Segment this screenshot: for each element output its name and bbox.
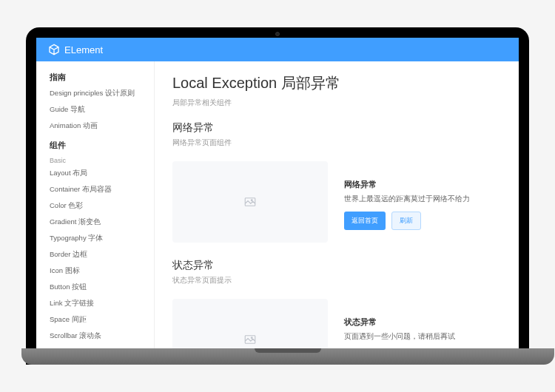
image-placeholder-icon [243,333,257,346]
sidebar-sub-basic: Basic [50,157,154,164]
page-title: Local Exception 局部异常 [172,73,501,93]
example-desc: 页面遇到一些小问题，请稍后再试 [344,332,455,342]
refresh-button[interactable]: 刷新 [391,212,421,230]
example-network: 网络异常 世界上最遥远的距离莫过于网络不给力 返回首页 刷新 [172,161,501,243]
content-area: Local Exception 局部异常 局部异常相关组件 网络异常 网络异常页… [155,61,519,348]
section-caption-status: 状态异常页面提示 [172,275,501,285]
section-heading-status: 状态异常 [172,259,501,272]
top-bar: ELement [36,38,519,61]
example-title: 状态异常 [344,317,455,328]
svg-point-3 [251,337,252,339]
sidebar-item-color[interactable]: Color 色彩 [50,201,154,211]
brand-name: ELement [64,44,103,55]
sidebar-item-gradient[interactable]: Gradient 渐变色 [50,217,154,227]
sidebar-item-scrollbar[interactable]: Scrollbar 滚动条 [50,331,154,341]
section-caption-network: 网络异常页面组件 [172,138,501,148]
sidebar-item-guide[interactable]: Guide 导航 [50,105,154,115]
sidebar-group-components: 组件 [50,140,154,151]
section-heading-network: 网络异常 [172,121,501,135]
placeholder-thumbnail [172,161,328,243]
sidebar-item-design[interactable]: Design principles 设计原则 [50,89,154,98]
sidebar-item-animation[interactable]: Animation 动画 [50,121,154,131]
sidebar-item-layout[interactable]: Layout 布局 [50,169,154,178]
logo-icon [48,44,60,55]
sidebar-item-button[interactable]: Button 按钮 [50,283,154,292]
sidebar-item-icon[interactable]: Icon 图标 [50,266,154,276]
svg-point-1 [251,200,252,201]
placeholder-thumbnail [172,299,328,348]
image-placeholder-icon [243,195,257,209]
sidebar-item-typography[interactable]: Typography 字体 [50,234,154,243]
example-desc: 世界上最遥远的距离莫过于网络不给力 [344,195,470,204]
sidebar: 指南 Design principles 设计原则 Guide 导航 Anima… [36,61,155,348]
sidebar-item-container[interactable]: Container 布局容器 [50,185,154,195]
sidebar-item-link[interactable]: Link 文字链接 [50,299,154,308]
example-status: 状态异常 页面遇到一些小问题，请稍后再试 返回首页 刷新 [172,299,501,348]
sidebar-item-space[interactable]: Space 间距 [50,315,154,325]
back-home-button[interactable]: 返回首页 [344,212,386,230]
sidebar-group-guide: 指南 [50,72,154,83]
sidebar-item-border[interactable]: Border 边框 [50,250,154,260]
page-subtitle: 局部异常相关组件 [172,98,501,108]
example-title: 网络异常 [344,179,470,190]
